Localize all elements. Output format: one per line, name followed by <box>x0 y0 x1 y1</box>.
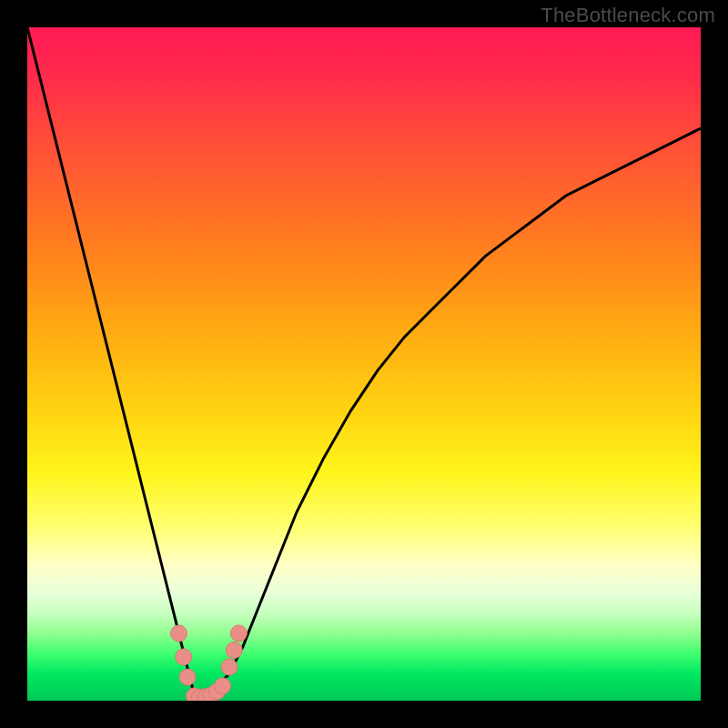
curve-line <box>27 27 701 701</box>
plot-area <box>27 27 701 701</box>
data-marker <box>171 625 187 642</box>
watermark-text: TheBottleneck.com <box>541 4 715 27</box>
chart-frame: TheBottleneck.com <box>0 0 728 728</box>
data-marker <box>179 669 196 685</box>
data-marker <box>221 659 238 675</box>
data-marker <box>215 678 231 694</box>
curve-markers <box>171 625 248 701</box>
data-marker <box>176 649 192 665</box>
bottleneck-curve <box>27 27 701 701</box>
data-marker <box>230 625 247 642</box>
data-marker <box>226 642 242 659</box>
